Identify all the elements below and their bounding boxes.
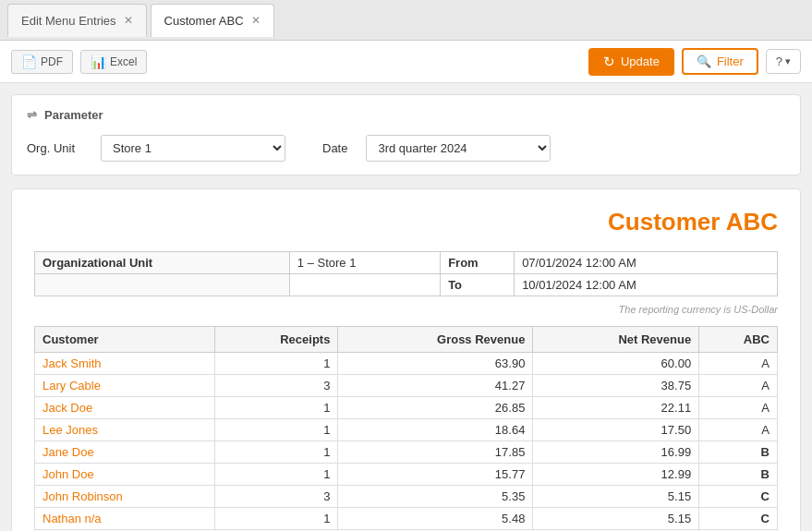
currency-note: The reporting currency is US-Dollar — [34, 304, 778, 315]
filter-button[interactable]: 🔍 Filter — [682, 48, 758, 75]
abc-cell: C — [699, 486, 778, 508]
customer-cell[interactable]: Nathan n/a — [35, 508, 215, 530]
data-table: Customer Receipts Gross Revenue Net Reve… — [34, 326, 778, 531]
customer-cell[interactable]: Lee Jones — [35, 419, 215, 441]
tabs-bar: Edit Menu Entries ✕ Customer ABC ✕ — [0, 0, 812, 41]
customer-cell[interactable]: John Doe — [35, 464, 215, 486]
tab-customer-abc[interactable]: Customer ABC ✕ — [151, 4, 274, 37]
parameter-header: ⇌ Parameter — [27, 108, 785, 122]
pdf-label: PDF — [41, 55, 63, 68]
net-cell: 38.75 — [533, 375, 699, 397]
net-cell: 5.15 — [533, 486, 699, 508]
gross-cell: 26.85 — [338, 397, 533, 419]
to-label: To — [441, 274, 515, 296]
net-cell: 60.00 — [533, 353, 699, 375]
abc-cell: C — [699, 508, 778, 530]
customer-cell[interactable]: Lary Cable — [35, 375, 215, 397]
gross-cell: 17.85 — [338, 441, 533, 464]
toolbar-right: ↻ Update 🔍 Filter ? ▾ — [588, 48, 801, 76]
help-button[interactable]: ? ▾ — [766, 49, 801, 74]
sliders-icon: ⇌ — [27, 108, 37, 122]
report-meta-table: Organizational Unit 1 – Store 1 From 07/… — [34, 251, 778, 296]
org-unit-label: Org. Unit — [27, 141, 82, 155]
tab-customer-abc-close[interactable]: ✕ — [251, 14, 261, 27]
net-cell: 12.99 — [533, 464, 699, 486]
report-title: Customer ABC — [34, 208, 778, 236]
refresh-icon: ↻ — [603, 54, 615, 70]
update-label: Update — [621, 54, 660, 68]
net-cell: 17.50 — [533, 419, 699, 441]
customer-cell[interactable]: John Robinson — [35, 486, 215, 508]
gross-cell: 5.35 — [338, 486, 533, 508]
from-label: From — [441, 252, 515, 274]
gross-cell: 41.27 — [338, 375, 533, 397]
gross-cell: 5.48 — [338, 508, 533, 530]
main-content: ⇌ Parameter Org. Unit Store 1 Date 3rd q… — [0, 83, 812, 531]
pdf-button[interactable]: 📄 PDF — [11, 50, 73, 74]
org-unit-header: Organizational Unit — [35, 252, 290, 274]
col-net-revenue: Net Revenue — [533, 327, 699, 353]
net-cell: 16.99 — [533, 441, 699, 464]
tab-customer-abc-label: Customer ABC — [164, 14, 244, 28]
receipts-cell: 1 — [214, 353, 338, 375]
excel-label: Excel — [110, 55, 137, 68]
parameter-label: Parameter — [44, 108, 103, 122]
gross-cell: 63.90 — [338, 353, 533, 375]
col-receipts: Receipts — [214, 327, 338, 353]
table-row: John Doe115.7712.99B — [35, 464, 778, 486]
pdf-icon: 📄 — [21, 54, 37, 69]
table-row: Jack Doe126.8522.11A — [35, 397, 778, 419]
net-cell: 5.15 — [533, 508, 699, 530]
toolbar: 📄 PDF 📊 Excel ↻ Update 🔍 Filter ? ▾ — [0, 41, 812, 83]
parameter-row: Org. Unit Store 1 Date 3rd quarter 2024 — [27, 135, 785, 162]
from-value: 07/01/2024 12:00 AM — [515, 252, 778, 274]
filter-label: Filter — [717, 54, 744, 68]
table-header-row: Customer Receipts Gross Revenue Net Reve… — [35, 327, 778, 353]
table-row: Jane Doe117.8516.99B — [35, 441, 778, 464]
receipts-cell: 3 — [214, 375, 338, 397]
col-abc: ABC — [699, 327, 778, 353]
update-button[interactable]: ↻ Update — [588, 48, 674, 76]
customer-cell[interactable]: Jack Smith — [35, 353, 215, 375]
customer-cell[interactable]: Jack Doe — [35, 397, 215, 419]
receipts-cell: 1 — [214, 397, 338, 419]
abc-cell: A — [699, 353, 778, 375]
abc-cell: A — [699, 375, 778, 397]
empty-value — [289, 274, 440, 296]
abc-cell: B — [699, 464, 778, 486]
abc-cell: A — [699, 419, 778, 441]
col-gross-revenue: Gross Revenue — [338, 327, 533, 353]
excel-button[interactable]: 📊 Excel — [80, 50, 147, 74]
receipts-cell: 1 — [214, 464, 338, 486]
abc-cell: A — [699, 397, 778, 419]
date-label: Date — [322, 141, 347, 155]
tab-edit-menu-close[interactable]: ✕ — [124, 14, 133, 27]
receipts-cell: 3 — [214, 486, 338, 508]
empty-header — [35, 274, 290, 296]
receipts-cell: 1 — [214, 419, 338, 441]
receipts-cell: 1 — [214, 508, 338, 530]
chevron-down-icon: ▾ — [785, 55, 791, 67]
table-row: Lary Cable341.2738.75A — [35, 375, 778, 397]
toolbar-left: 📄 PDF 📊 Excel — [11, 50, 588, 74]
tab-edit-menu-label: Edit Menu Entries — [21, 14, 116, 28]
table-row: Lee Jones118.6417.50A — [35, 419, 778, 441]
to-value: 10/01/2024 12:00 AM — [515, 274, 778, 296]
table-row: Jack Smith163.9060.00A — [35, 353, 778, 375]
tab-edit-menu[interactable]: Edit Menu Entries ✕ — [7, 4, 147, 37]
receipts-cell: 1 — [214, 441, 338, 464]
org-unit-select[interactable]: Store 1 — [101, 135, 285, 162]
gross-cell: 18.64 — [338, 419, 533, 441]
report-card: Customer ABC Organizational Unit 1 – Sto… — [11, 188, 801, 531]
excel-icon: 📊 — [91, 54, 106, 69]
date-select[interactable]: 3rd quarter 2024 — [366, 135, 551, 162]
abc-cell: B — [699, 441, 778, 464]
help-label: ? — [776, 54, 782, 68]
customer-cell[interactable]: Jane Doe — [35, 441, 215, 464]
table-row: Nathan n/a15.485.15C — [35, 508, 778, 530]
org-unit-meta-value: 1 – Store 1 — [289, 252, 440, 274]
parameter-section: ⇌ Parameter Org. Unit Store 1 Date 3rd q… — [11, 94, 801, 175]
filter-icon: 🔍 — [697, 54, 711, 68]
gross-cell: 15.77 — [338, 464, 533, 486]
net-cell: 22.11 — [533, 397, 699, 419]
